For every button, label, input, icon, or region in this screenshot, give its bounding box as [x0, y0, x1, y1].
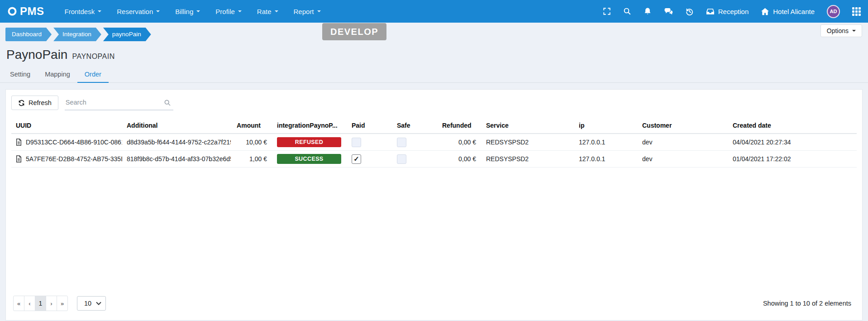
order-uuid: D95313CC-D664-4B86-910C-0861	[26, 139, 122, 146]
col-amount: Amount	[231, 118, 272, 134]
status-badge: SUCCESS	[277, 154, 341, 164]
col-service: Service	[482, 118, 574, 134]
pms-ring-icon	[7, 6, 17, 16]
pagination-next-button[interactable]: ›	[46, 296, 57, 311]
order-refunded: 0,00 €	[438, 151, 482, 168]
pagination-last-button[interactable]: »	[57, 296, 68, 311]
table-row: 5A7FE76E-D2B8-4752-AB75-335E 818f9b8c-d5…	[11, 151, 857, 168]
menu-frontdesk[interactable]: Frontdesk	[57, 0, 110, 23]
order-service: REDSYSPSD2	[482, 134, 574, 151]
tab-order[interactable]: Order	[77, 67, 109, 83]
order-ip: 127.0.0.1	[574, 134, 638, 151]
chevron-down-icon	[852, 30, 856, 32]
menu-rate[interactable]: Rate	[249, 0, 286, 23]
table-row: D95313CC-D664-4B86-910C-0861 d8d39a5b-f6…	[11, 134, 857, 151]
order-customer: dev	[638, 151, 728, 168]
breadcrumb: Dashboard Integration paynoPain	[5, 28, 153, 41]
page-subtitle: PAYNOPAIN	[72, 53, 114, 61]
messages-chat-icon[interactable]	[664, 7, 673, 15]
paid-checkbox[interactable]: ✓	[352, 154, 361, 164]
document-icon[interactable]	[16, 155, 22, 163]
order-created-date: 04/04/2021 20:27:34	[728, 134, 857, 151]
options-button[interactable]: Options	[820, 24, 862, 37]
tab-bar: Setting Mapping Order	[0, 67, 868, 83]
col-integration: integrationPaynoP...	[272, 118, 347, 134]
order-ip: 127.0.0.1	[574, 151, 638, 168]
search-input[interactable]	[65, 95, 173, 110]
page-size-select[interactable]: 10	[77, 296, 106, 311]
brand-logo[interactable]: PMS	[7, 5, 44, 18]
chevron-down-icon	[317, 10, 321, 12]
order-uuid: 5A7FE76E-D2B8-4752-AB75-335E	[26, 155, 122, 163]
page-title-row: PaynoPain PAYNOPAIN	[6, 48, 868, 62]
order-additional: 818f9b8c-d57b-41d4-af33-07b32e6d5	[122, 151, 231, 168]
pagination-group: « ‹ 1 › »	[13, 296, 68, 311]
col-customer: Customer	[638, 118, 728, 134]
page-title: PaynoPain	[6, 48, 67, 62]
col-paid: Paid	[347, 118, 392, 134]
top-navbar: PMS Frontdesk Reservation Billing Profil…	[0, 0, 868, 23]
navbar-actions: Reception Hotel Alicante AD	[603, 5, 861, 18]
brand-name: PMS	[20, 5, 44, 18]
user-avatar[interactable]: AD	[827, 5, 840, 18]
order-panel: Refresh UUID Additional Amount integrati…	[5, 89, 863, 321]
search-field-wrap	[65, 95, 173, 110]
pagination-page-1-button[interactable]: 1	[35, 296, 46, 311]
order-service: REDSYSPSD2	[482, 151, 574, 168]
status-badge: REFUSED	[277, 137, 341, 147]
col-additional: Additional	[122, 118, 231, 134]
safe-checkbox[interactable]	[397, 154, 406, 164]
environment-badge: DEVELOP	[322, 23, 386, 40]
breadcrumb-paynopain[interactable]: paynoPain	[103, 28, 151, 41]
tab-mapping[interactable]: Mapping	[38, 67, 77, 82]
refresh-button[interactable]: Refresh	[11, 96, 58, 110]
pagination-row: « ‹ 1 › » 10 Showing 1 to 10 of 2 elemen…	[11, 296, 857, 315]
order-amount: 1,00 €	[231, 151, 272, 168]
search-icon	[164, 99, 171, 106]
menu-reservation[interactable]: Reservation	[109, 0, 167, 23]
breadcrumb-dashboard[interactable]: Dashboard	[5, 28, 52, 41]
chevron-down-icon	[156, 10, 160, 12]
col-refunded: Refunded	[438, 118, 482, 134]
refresh-icon	[18, 100, 25, 106]
order-customer: dev	[638, 134, 728, 151]
col-safe: Safe	[392, 118, 438, 134]
pagination-prev-button[interactable]: ‹	[24, 296, 35, 311]
search-icon[interactable]	[623, 7, 631, 15]
history-icon[interactable]	[685, 7, 694, 16]
col-uuid: UUID	[11, 118, 122, 134]
results-summary: Showing 1 to 10 of 2 elements	[763, 300, 851, 307]
document-icon[interactable]	[16, 139, 22, 146]
page-container: Dashboard Integration paynoPain DEVELOP …	[0, 23, 868, 321]
hotel-selector[interactable]: Hotel Alicante	[761, 8, 815, 15]
table-toolbar: Refresh	[11, 95, 857, 110]
menu-profile[interactable]: Profile	[208, 0, 249, 23]
tab-setting[interactable]: Setting	[3, 67, 38, 82]
chevron-down-icon	[238, 10, 242, 12]
col-created-date: Created date	[728, 118, 857, 134]
workstation-selector[interactable]: Reception	[706, 8, 749, 15]
chevron-down-icon	[196, 10, 200, 12]
home-icon	[761, 8, 769, 15]
order-refunded: 0,00 €	[438, 134, 482, 151]
notifications-bell-icon[interactable]	[644, 7, 652, 15]
safe-checkbox[interactable]	[397, 138, 406, 147]
inbox-tray-icon	[706, 8, 715, 15]
chevron-down-icon	[98, 10, 101, 12]
orders-table: UUID Additional Amount integrationPaynoP…	[11, 118, 857, 168]
chevron-down-icon	[96, 302, 101, 305]
chevron-down-icon	[275, 10, 278, 12]
order-amount: 10,00 €	[231, 134, 272, 151]
breadcrumb-integration[interactable]: Integration	[53, 28, 101, 41]
pagination-first-button[interactable]: «	[13, 296, 24, 311]
col-ip: ip	[574, 118, 638, 134]
menu-report[interactable]: Report	[286, 0, 329, 23]
order-created-date: 01/04/2021 17:22:02	[728, 151, 857, 168]
main-menu: Frontdesk Reservation Billing Profile Ra…	[57, 0, 329, 23]
order-additional: d8d39a5b-f644-4144-9752-c22a7f219	[122, 134, 231, 151]
fullscreen-icon[interactable]	[603, 7, 611, 15]
menu-billing[interactable]: Billing	[167, 0, 208, 23]
apps-grid-icon[interactable]	[852, 7, 861, 16]
paid-checkbox[interactable]	[352, 138, 361, 147]
table-header-row: UUID Additional Amount integrationPaynoP…	[11, 118, 857, 134]
